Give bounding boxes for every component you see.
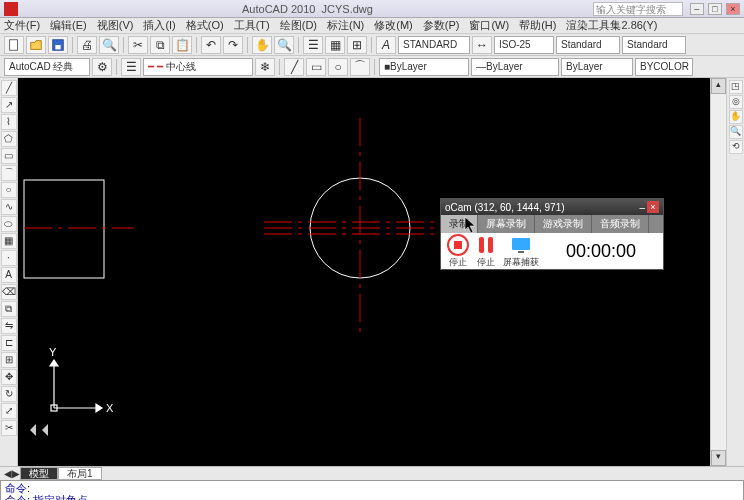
ellipse-tool-icon[interactable]: ⬭	[1, 216, 17, 232]
ocam-pause-button[interactable]: 停止	[475, 234, 497, 269]
menu-param[interactable]: 参数(P)	[423, 18, 460, 33]
plotstyle-select[interactable]: BYCOLOR	[635, 58, 693, 76]
minimize-button[interactable]: –	[690, 3, 704, 15]
ocam-titlebar[interactable]: oCam (312, 60, 1444, 971) – ×	[441, 199, 663, 215]
point-tool-icon[interactable]: ·	[1, 250, 17, 266]
circle-tool-icon[interactable]: ○	[1, 182, 17, 198]
properties-button[interactable]: ☰	[303, 36, 323, 54]
menu-format[interactable]: 格式(O)	[186, 18, 224, 33]
drawing-canvas[interactable]: X Y	[18, 78, 710, 466]
zoom-button[interactable]: 🔍	[274, 36, 294, 54]
circle-button[interactable]: ○	[328, 58, 348, 76]
line-button[interactable]: ╱	[284, 58, 304, 76]
scroll-down-icon[interactable]: ▾	[711, 450, 726, 466]
text-style-button[interactable]: A	[376, 36, 396, 54]
paste-button[interactable]: 📋	[172, 36, 192, 54]
pan-button[interactable]: ✋	[252, 36, 272, 54]
block-button[interactable]: ▦	[325, 36, 345, 54]
command-window[interactable]: 命令: 命令: 指定对角点 命令:	[0, 480, 744, 500]
ocam-minimize-icon[interactable]: –	[639, 202, 645, 213]
rect-button[interactable]: ▭	[306, 58, 326, 76]
menu-help[interactable]: 帮助(H)	[519, 18, 556, 33]
xline-tool-icon[interactable]: ↗	[1, 97, 17, 113]
hatch-tool-icon[interactable]: ▦	[1, 233, 17, 249]
ocam-tab-audio[interactable]: 音频录制	[592, 215, 649, 233]
new-button[interactable]	[4, 36, 24, 54]
line-tool-icon[interactable]: ╱	[1, 80, 17, 96]
linetype2-select[interactable]: — ByLayer	[471, 58, 559, 76]
dim-style-button[interactable]: ↔	[472, 36, 492, 54]
ocam-close-icon[interactable]: ×	[647, 201, 659, 213]
nav-cube-icon[interactable]: ◳	[729, 80, 743, 94]
polygon-tool-icon[interactable]: ⬠	[1, 131, 17, 147]
nav-zoom-icon[interactable]: 🔍	[729, 125, 743, 139]
layer-props-button[interactable]: ☰	[121, 58, 141, 76]
ocam-window[interactable]: oCam (312, 60, 1444, 971) – × 录制 屏幕录制 游戏…	[440, 198, 664, 270]
copy-tool-icon[interactable]: ⧉	[1, 301, 17, 317]
menu-edit[interactable]: 编辑(E)	[50, 18, 87, 33]
ocam-tab-game[interactable]: 游戏录制	[535, 215, 592, 233]
pline-tool-icon[interactable]: ⌇	[1, 114, 17, 130]
xref-button[interactable]: ⊞	[347, 36, 367, 54]
close-button[interactable]: ×	[726, 3, 740, 15]
menu-render[interactable]: 渲染工具集2.86(Y)	[566, 18, 657, 33]
arc-tool-icon[interactable]: ⌒	[1, 165, 17, 181]
help-search-input[interactable]: 输入关键字搜索	[593, 2, 683, 16]
nav-orbit-icon[interactable]: ⟲	[729, 140, 743, 154]
layer-freeze-icon[interactable]: ❄	[255, 58, 275, 76]
text-style-select[interactable]: STANDARD	[398, 36, 470, 54]
maximize-button[interactable]: □	[708, 3, 722, 15]
rectangle-tool-icon[interactable]: ▭	[1, 148, 17, 164]
rotate-tool-icon[interactable]: ↻	[1, 386, 17, 402]
move-tool-icon[interactable]: ✥	[1, 369, 17, 385]
cut-button[interactable]: ✂	[128, 36, 148, 54]
open-button[interactable]	[26, 36, 46, 54]
linetype-select[interactable]: ━ ━ 中心线	[143, 58, 253, 76]
lineweight-select[interactable]: ByLayer	[561, 58, 633, 76]
offset-tool-icon[interactable]: ⊏	[1, 335, 17, 351]
ocam-tab-screen[interactable]: 屏幕录制	[478, 215, 535, 233]
mirror-tool-icon[interactable]: ⇋	[1, 318, 17, 334]
arc-button[interactable]: ⌒	[350, 58, 370, 76]
ocam-capture-button[interactable]: 屏幕捕获	[503, 234, 539, 269]
menu-tools[interactable]: 工具(T)	[234, 18, 270, 33]
scroll-track[interactable]	[711, 94, 726, 450]
tab-next-icon[interactable]: ▶	[12, 468, 20, 479]
tab-prev-icon[interactable]: ◀	[4, 468, 12, 479]
workspace-settings-icon[interactable]: ⚙	[92, 58, 112, 76]
scale-tool-icon[interactable]: ⤢	[1, 403, 17, 419]
menu-window[interactable]: 窗口(W)	[469, 18, 509, 33]
dim-style-select[interactable]: ISO-25	[494, 36, 554, 54]
nav-pan-icon[interactable]: ✋	[729, 110, 743, 124]
ocam-tab-record[interactable]: 录制	[441, 215, 478, 233]
nav-wheel-icon[interactable]: ◎	[729, 95, 743, 109]
tab-model[interactable]: 模型	[20, 467, 58, 480]
menu-insert[interactable]: 插入(I)	[143, 18, 175, 33]
menu-modify[interactable]: 修改(M)	[374, 18, 413, 33]
array-tool-icon[interactable]: ⊞	[1, 352, 17, 368]
save-button[interactable]	[48, 36, 68, 54]
menu-view[interactable]: 视图(V)	[97, 18, 134, 33]
copy-button[interactable]: ⧉	[150, 36, 170, 54]
menu-draw[interactable]: 绘图(D)	[280, 18, 317, 33]
erase-tool-icon[interactable]: ⌫	[1, 284, 17, 300]
ocam-stop-button[interactable]: 停止	[447, 234, 469, 269]
menu-dim[interactable]: 标注(N)	[327, 18, 364, 33]
scroll-up-icon[interactable]: ▴	[711, 78, 726, 94]
redo-button[interactable]: ↷	[223, 36, 243, 54]
vertical-scrollbar[interactable]: ▴ ▾	[710, 78, 726, 466]
pause-icon	[475, 234, 497, 256]
text-tool-icon[interactable]: A	[1, 267, 17, 283]
color-select[interactable]: ■ ByLayer	[379, 58, 469, 76]
table-style-select[interactable]: Standard	[556, 36, 620, 54]
ocam-body: 停止 停止 屏幕捕获 00:00:00	[441, 233, 663, 269]
menu-file[interactable]: 文件(F)	[4, 18, 40, 33]
trim-tool-icon[interactable]: ✂	[1, 420, 17, 436]
print-button[interactable]: 🖨	[77, 36, 97, 54]
undo-button[interactable]: ↶	[201, 36, 221, 54]
tab-layout1[interactable]: 布局1	[58, 467, 102, 480]
workspace-select[interactable]: AutoCAD 经典	[4, 58, 90, 76]
mline-style-select[interactable]: Standard	[622, 36, 686, 54]
preview-button[interactable]: 🔍	[99, 36, 119, 54]
spline-tool-icon[interactable]: ∿	[1, 199, 17, 215]
